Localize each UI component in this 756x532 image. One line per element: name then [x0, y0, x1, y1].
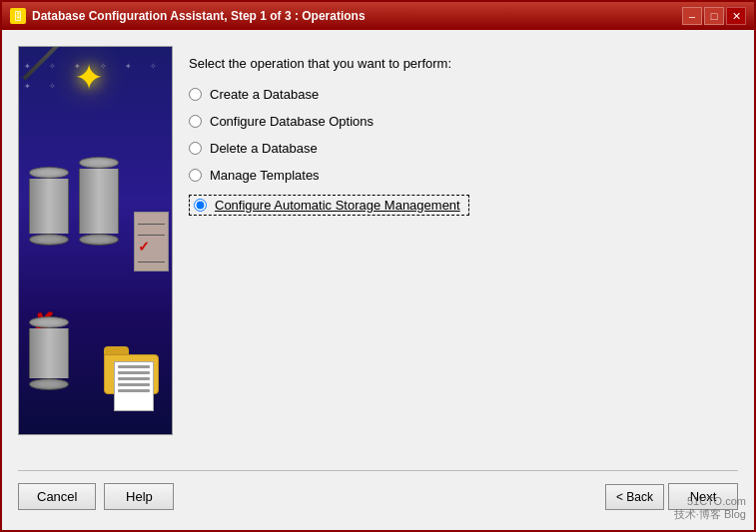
- close-button[interactable]: ✕: [726, 7, 746, 25]
- title-bar-left: 🗄 Database Configuration Assistant, Step…: [10, 8, 366, 24]
- main-window: 🗄 Database Configuration Assistant, Step…: [0, 0, 756, 532]
- window-title: Database Configuration Assistant, Step 1…: [32, 9, 366, 23]
- radio-create-label: Create a Database: [210, 87, 319, 102]
- footer-left-buttons: Cancel Help: [18, 483, 174, 510]
- cylinder-bottom: [29, 378, 69, 390]
- cylinder-bottom: [29, 234, 69, 246]
- document-decoration: [114, 361, 154, 411]
- help-button[interactable]: Help: [104, 483, 174, 510]
- cylinder-body: [29, 328, 69, 378]
- right-panel: Select the operation that you want to pe…: [189, 46, 738, 462]
- maximize-button[interactable]: □: [704, 7, 724, 25]
- radio-asm-label: Configure Automatic Storage Management: [215, 198, 460, 213]
- radio-delete[interactable]: Delete a Database: [189, 141, 738, 156]
- radio-asm[interactable]: Configure Automatic Storage Management: [189, 195, 738, 216]
- cylinder-top: [79, 157, 119, 169]
- radio-configure-options-label: Configure Database Options: [210, 114, 374, 129]
- selected-border: Configure Automatic Storage Management: [189, 195, 469, 216]
- illustration-panel: ✦ ✓: [18, 46, 173, 435]
- footer: Cancel Help < Back Next: [18, 470, 738, 514]
- cylinder-top: [29, 167, 69, 179]
- cancel-button[interactable]: Cancel: [18, 483, 96, 510]
- sparkle-decoration: ✦: [74, 57, 104, 99]
- content-area: ✦ ✓: [2, 30, 754, 530]
- cylinder-body: [29, 179, 69, 234]
- radio-configure-options-input[interactable]: [189, 115, 202, 128]
- radio-asm-input[interactable]: [194, 199, 207, 212]
- back-button[interactable]: < Back: [605, 484, 664, 510]
- radio-create[interactable]: Create a Database: [189, 87, 738, 102]
- checklist-decoration: ✓: [134, 212, 169, 271]
- radio-options-group: Create a Database Configure Database Opt…: [189, 87, 738, 216]
- instruction-text: Select the operation that you want to pe…: [189, 56, 738, 71]
- radio-manage-templates-input[interactable]: [189, 169, 202, 182]
- cylinder-body: [79, 169, 119, 234]
- cylinder-top: [29, 316, 69, 328]
- radio-manage-templates[interactable]: Manage Templates: [189, 168, 738, 183]
- footer-right-buttons: < Back Next: [605, 483, 738, 510]
- app-icon: 🗄: [10, 8, 26, 24]
- radio-create-input[interactable]: [189, 88, 202, 101]
- cylinder-bottom: [79, 234, 119, 246]
- radio-manage-templates-label: Manage Templates: [210, 168, 320, 183]
- next-button[interactable]: Next: [668, 483, 738, 510]
- title-bar-controls: – □ ✕: [682, 7, 746, 25]
- radio-configure-options[interactable]: Configure Database Options: [189, 114, 738, 129]
- radio-delete-input[interactable]: [189, 142, 202, 155]
- radio-delete-label: Delete a Database: [210, 141, 318, 156]
- title-bar: 🗄 Database Configuration Assistant, Step…: [2, 2, 754, 30]
- database-cylinder-1: [29, 167, 69, 246]
- database-cylinder-3: [29, 316, 69, 390]
- database-cylinder-2: [79, 157, 119, 246]
- main-panel: ✦ ✓: [18, 46, 738, 462]
- minimize-button[interactable]: –: [682, 7, 702, 25]
